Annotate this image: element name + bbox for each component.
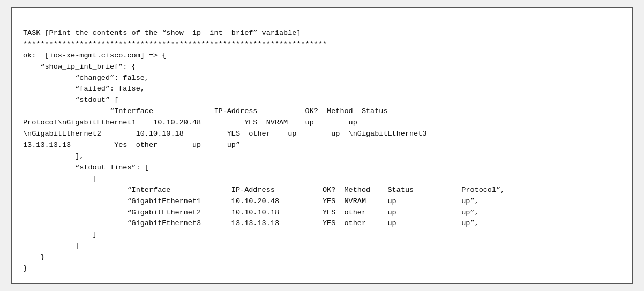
line-task-header: TASK [Print the contents of the “show ip… (23, 29, 301, 37)
line-header-row: “Interface IP-Address OK? Method Status … (23, 186, 505, 194)
line-ok: ok: [ios-xe-mgmt.cisco.com] => { (23, 51, 166, 59)
line-stdout-lines-close: ] (23, 242, 79, 250)
line-ge3-row: “GigabitEthernet3 13.13.13.13 YES other … (23, 219, 479, 227)
line-separator: ****************************************… (23, 40, 327, 48)
line-ge1-row: “GigabitEthernet1 10.10.20.48 YES NVRAM … (23, 197, 479, 205)
line-stdout-close: ], (23, 152, 84, 160)
line-show-ip-close: } (23, 253, 45, 261)
line-stdout-lines-key: “stdout_lines”: [ (23, 163, 149, 171)
line-changed: “changed”: false, (23, 74, 149, 82)
line-failed: “failed”: false, (23, 85, 145, 93)
line-ge2-row: “GigabitEthernet2 10.10.10.18 YES other … (23, 208, 479, 217)
line-array-open: [ (23, 175, 97, 183)
line-root-close: } (23, 264, 27, 272)
line-show-ip: “show_ip_int_brief”: { (23, 63, 136, 71)
line-stdout-val1: “Interface IP-Address OK? Method Status … (23, 107, 426, 149)
line-array-close: ] (23, 230, 97, 238)
line-stdout-key: “stdout” [ (23, 96, 118, 104)
terminal-output: TASK [Print the contents of the “show ip… (11, 7, 633, 284)
